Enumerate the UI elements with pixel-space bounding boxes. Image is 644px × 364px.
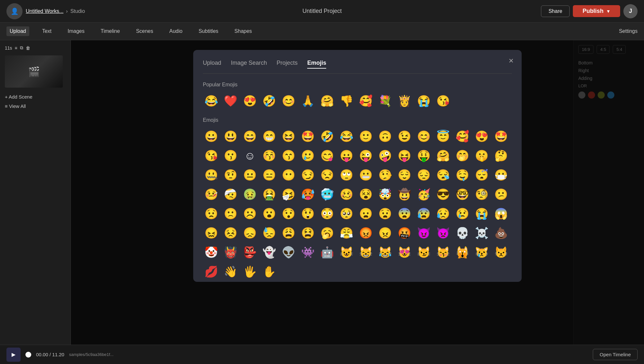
emoji-item[interactable]: ☹️ — [242, 205, 258, 222]
emoji-item[interactable]: 😶 — [280, 167, 297, 183]
modal-tab-upload[interactable]: Upload — [203, 60, 221, 69]
view-all-button[interactable]: ≡ View All — [5, 103, 66, 109]
emoji-item[interactable]: 😐 — [242, 167, 258, 183]
emoji-item[interactable]: 👻 — [261, 244, 278, 261]
emoji-item[interactable]: 🤨 — [222, 167, 239, 183]
emoji-item[interactable]: 😉 — [396, 128, 413, 145]
emoji-item[interactable]: 🥺 — [338, 205, 355, 222]
emoji-item[interactable]: 👋 — [222, 263, 239, 280]
emoji-item[interactable]: 😛 — [338, 147, 355, 164]
emoji-item[interactable]: 😻 — [396, 244, 413, 261]
emoji-item[interactable]: 🤯 — [377, 186, 393, 203]
emoji-item[interactable]: 😽 — [435, 244, 451, 261]
emoji-item[interactable]: 🤭 — [454, 147, 471, 164]
emoji-item[interactable]: 😇 — [435, 128, 451, 145]
emoji-item[interactable]: 😢 — [454, 205, 471, 222]
emoji-item[interactable]: 😜 — [357, 147, 374, 164]
emoji-item[interactable]: 🥱 — [319, 225, 336, 241]
emoji-item[interactable]: 🤖 — [319, 244, 336, 261]
emoji-item[interactable]: 🥶 — [319, 186, 336, 203]
emoji-item[interactable]: 😏 — [299, 167, 316, 183]
emoji-item[interactable]: 🤪 — [377, 147, 393, 164]
emoji-item[interactable]: 😰 — [415, 205, 432, 222]
add-scene-button[interactable]: + Add Scene — [5, 94, 66, 100]
emoji-item[interactable]: 🙀 — [454, 244, 471, 261]
toolbar-item-scenes[interactable]: Scenes — [133, 26, 156, 36]
popular-emoji-item[interactable]: 😊 — [280, 92, 297, 109]
emoji-item[interactable]: 😃 — [222, 128, 239, 145]
emoji-item[interactable]: 🤩 — [299, 128, 316, 145]
toolbar-item-timeline[interactable]: Timeline — [98, 26, 123, 36]
user-avatar[interactable]: J — [623, 4, 638, 18]
play-button[interactable]: ▶ — [6, 348, 21, 362]
popular-emoji-item[interactable]: 😍 — [242, 92, 258, 109]
popular-emoji-item[interactable]: 🙏 — [299, 92, 316, 109]
emoji-item[interactable]: 🤬 — [396, 225, 413, 241]
emoji-item[interactable]: 😣 — [222, 225, 239, 241]
emoji-item[interactable]: 😥 — [435, 205, 451, 222]
emoji-item[interactable]: 🤔 — [493, 147, 509, 164]
emoji-item[interactable]: 😦 — [357, 205, 374, 222]
emoji-item[interactable]: 😄 — [242, 128, 258, 145]
toolbar-settings[interactable]: Settings — [619, 28, 638, 34]
timeline-scrubber[interactable] — [25, 352, 31, 358]
emoji-item[interactable]: 🥰 — [454, 128, 471, 145]
toolbar-item-text[interactable]: Text — [39, 26, 55, 36]
emoji-item[interactable]: 🤢 — [242, 186, 258, 203]
emoji-item[interactable]: 😿 — [473, 244, 490, 261]
emoji-item[interactable]: 😂 — [338, 128, 355, 145]
emoji-item[interactable]: 😹 — [377, 244, 393, 261]
emoji-item[interactable]: 💀 — [454, 225, 471, 241]
emoji-item[interactable]: 😋 — [319, 147, 336, 164]
emoji-item[interactable]: 😼 — [415, 244, 432, 261]
emoji-item[interactable]: 🥴 — [338, 186, 355, 203]
emoji-item[interactable]: 👿 — [435, 225, 451, 241]
toolbar-item-images[interactable]: Images — [64, 26, 88, 36]
emoji-item[interactable]: 😁 — [261, 128, 278, 145]
emoji-item[interactable]: 😴 — [473, 167, 490, 183]
emoji-item[interactable]: 😕 — [493, 186, 509, 203]
emoji-item[interactable]: 😒 — [319, 167, 336, 183]
emoji-item[interactable]: 🤩 — [493, 128, 509, 145]
emoji-item[interactable]: 😷 — [493, 167, 509, 183]
emoji-item[interactable]: 😌 — [396, 167, 413, 183]
popular-emoji-item[interactable]: 🥰 — [357, 92, 374, 109]
share-button[interactable]: Share — [541, 5, 570, 17]
emoji-item[interactable]: 😬 — [357, 167, 374, 183]
emoji-item[interactable]: 😠 — [377, 225, 393, 241]
emoji-item[interactable]: ✋ — [261, 263, 278, 280]
emoji-item[interactable]: 🥵 — [299, 186, 316, 203]
emoji-item[interactable]: ☺️ — [242, 147, 258, 164]
emoji-item[interactable]: 😨 — [396, 205, 413, 222]
emoji-item[interactable]: 😫 — [299, 225, 316, 241]
emoji-item[interactable]: 😙 — [280, 147, 297, 164]
emoji-item[interactable]: 🥲 — [299, 147, 316, 164]
popular-emoji-item[interactable]: 😂 — [203, 92, 220, 109]
emoji-item[interactable]: 😆 — [280, 128, 297, 145]
emoji-item[interactable]: 😍 — [473, 128, 490, 145]
emoji-item[interactable]: 🤧 — [280, 186, 297, 203]
emoji-item[interactable]: 😟 — [203, 205, 220, 222]
emoji-item[interactable]: 😘 — [203, 147, 220, 164]
popular-emoji-item[interactable]: 🤣 — [261, 92, 278, 109]
emoji-item[interactable]: 😑 — [261, 167, 278, 183]
emoji-item[interactable]: 🙁 — [222, 205, 239, 222]
emoji-item[interactable]: 💩 — [493, 225, 509, 241]
emoji-item[interactable]: 😖 — [203, 225, 220, 241]
modal-tab-projects[interactable]: Projects — [277, 60, 298, 69]
emoji-item[interactable]: 😗 — [222, 147, 239, 164]
emoji-item[interactable]: 😵 — [357, 186, 374, 203]
emoji-item[interactable]: 🤫 — [473, 147, 490, 164]
emoji-item[interactable]: 😺 — [338, 244, 355, 261]
emoji-item[interactable]: 😞 — [242, 225, 258, 241]
emoji-item[interactable]: 😡 — [357, 225, 374, 241]
popular-emoji-item[interactable]: 🤗 — [319, 92, 336, 109]
emoji-item[interactable]: 😝 — [396, 147, 413, 164]
emoji-item[interactable]: 🤡 — [203, 244, 220, 261]
emoji-item[interactable]: 👽 — [280, 244, 297, 261]
emoji-item[interactable]: 🤠 — [396, 186, 413, 203]
emoji-item[interactable]: 😮 — [261, 205, 278, 222]
emoji-item[interactable]: 😚 — [261, 147, 278, 164]
emoji-item[interactable]: 🤐 — [203, 167, 220, 183]
emoji-item[interactable]: 🤥 — [377, 167, 393, 183]
